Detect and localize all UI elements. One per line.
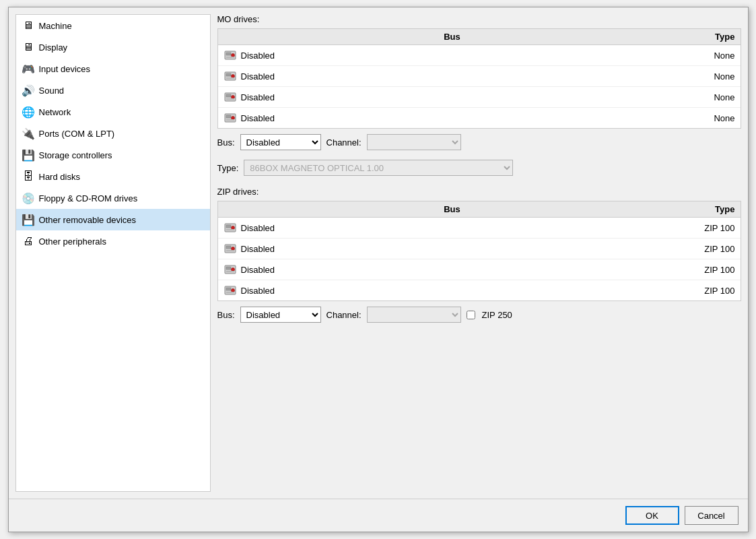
row-label: Disabled (241, 286, 681, 296)
zip-drives-section: ZIP drives: BusType DisabledZIP 100 Disa… (217, 187, 741, 327)
zip-table-container-col-type: Type (681, 204, 735, 214)
svg-point-22 (231, 247, 234, 251)
hard-disks-icon: 🗄 (22, 170, 35, 183)
zip-bus-select[interactable]: DisabledST506ESDIIDESCSI (240, 307, 321, 323)
row-type: None (681, 71, 735, 82)
mo-drives-table: BusType DisabledNone DisabledNone Disabl… (217, 28, 741, 129)
sidebar-item-machine[interactable]: 🖥Machine (16, 15, 210, 36)
svg-rect-7 (226, 77, 234, 79)
svg-point-10 (231, 96, 234, 99)
row-type: None (681, 92, 735, 102)
sidebar-item-label-storage-controllers: Storage controllers (39, 150, 112, 160)
sidebar-item-other-removable[interactable]: 💾Other removable devices (16, 209, 210, 230)
sidebar-item-label-network: Network (39, 107, 71, 117)
sidebar-item-label-input-devices: Input devices (39, 64, 91, 74)
input-devices-icon: 🎮 (22, 62, 35, 75)
row-label: Disabled (241, 92, 681, 102)
svg-rect-15 (226, 119, 234, 121)
cancel-button[interactable]: Cancel (685, 506, 738, 525)
sidebar-item-label-sound: Sound (39, 86, 65, 96)
row-label: Disabled (241, 51, 681, 61)
sidebar-item-label-hard-disks: Hard disks (39, 172, 80, 182)
machine-icon: 🖥 (22, 19, 35, 32)
sidebar-item-floppy-cd[interactable]: 💿Floppy & CD-ROM drives (16, 187, 210, 209)
mo-table-container-header: BusType (218, 29, 741, 45)
zip250-label: ZIP 250 (482, 310, 512, 320)
sidebar-item-input-devices[interactable]: 🎮Input devices (16, 58, 210, 80)
sidebar-item-sound[interactable]: 🔊Sound (16, 80, 210, 101)
mo-type-row: Type: 86BOX MAGNETO OPTICAL 1.00 (217, 156, 741, 180)
drive-icon (224, 49, 237, 62)
mo-drives-title: MO drives: (217, 14, 741, 24)
svg-rect-29 (226, 288, 231, 290)
storage-controllers-icon: 💾 (22, 148, 35, 162)
sidebar-item-display[interactable]: 🖥Display (16, 36, 210, 58)
sidebar-item-other-peripherals[interactable]: 🖨Other peripherals (16, 230, 210, 252)
table-row[interactable]: DisabledNone (218, 45, 741, 66)
ports-icon: 🔌 (22, 127, 35, 140)
svg-rect-11 (226, 98, 234, 100)
dialog-footer: OK Cancel (9, 499, 748, 532)
ok-button[interactable]: OK (625, 506, 679, 525)
row-type: ZIP 100 (681, 223, 735, 233)
zip-channel-select[interactable] (367, 307, 461, 323)
drive-icon (224, 90, 237, 104)
sidebar-item-ports[interactable]: 🔌Ports (COM & LPT) (16, 123, 210, 144)
table-row[interactable]: DisabledNone (218, 87, 741, 108)
zip-table-container-header: BusType (218, 201, 741, 218)
sidebar-item-hard-disks[interactable]: 🗄Hard disks (16, 166, 210, 187)
zip-controls-row: Bus: DisabledST506ESDIIDESCSI Channel: Z… (217, 303, 741, 327)
svg-rect-25 (226, 267, 231, 270)
drive-icon (224, 221, 237, 234)
mo-table-container-col-bus: Bus (224, 32, 681, 42)
svg-rect-13 (226, 115, 231, 118)
table-row[interactable]: DisabledZIP 100 (218, 259, 741, 280)
drive-icon (224, 263, 237, 276)
dialog-body: 🖥Machine🖥Display🎮Input devices🔊Sound🌐Net… (9, 7, 748, 499)
svg-rect-17 (226, 225, 231, 228)
svg-rect-27 (226, 271, 234, 272)
sound-icon: 🔊 (22, 84, 35, 97)
other-removable-icon: 💾 (22, 213, 35, 226)
table-row[interactable]: DisabledZIP 100 (218, 239, 741, 259)
mo-table-container-col-type: Type (681, 32, 735, 42)
svg-point-26 (231, 268, 234, 272)
svg-point-30 (231, 289, 234, 292)
table-row[interactable]: DisabledZIP 100 (218, 280, 741, 300)
table-row[interactable]: DisabledNone (218, 108, 741, 128)
main-content: MO drives: BusType DisabledNone Disabled… (217, 14, 741, 492)
mo-bus-select[interactable]: DisabledST506ESDIIDESCSI (240, 134, 321, 150)
sidebar-item-label-other-removable: Other removable devices (39, 215, 137, 225)
row-label: Disabled (241, 223, 681, 233)
svg-rect-5 (226, 73, 231, 76)
svg-rect-19 (226, 229, 234, 230)
zip-drives-table: BusType DisabledZIP 100 DisabledZIP 100 … (217, 201, 741, 301)
row-label: Disabled (241, 265, 681, 275)
display-icon: 🖥 (22, 40, 35, 54)
table-row[interactable]: DisabledNone (218, 66, 741, 87)
table-row[interactable]: DisabledZIP 100 (218, 218, 741, 239)
mo-channel-label: Channel: (327, 137, 362, 148)
sidebar-item-storage-controllers[interactable]: 💾Storage controllers (16, 144, 210, 166)
svg-rect-3 (226, 57, 234, 58)
mo-channel-select[interactable] (367, 134, 461, 150)
network-icon: 🌐 (22, 105, 35, 119)
zip-channel-label: Channel: (327, 310, 362, 320)
sidebar-item-label-display: Display (39, 42, 68, 53)
sidebar: 🖥Machine🖥Display🎮Input devices🔊Sound🌐Net… (15, 14, 211, 492)
drive-icon (224, 284, 237, 297)
sidebar-item-label-floppy-cd: Floppy & CD-ROM drives (39, 193, 138, 203)
mo-controls-row: Bus: DisabledST506ESDIIDESCSI Channel: (217, 130, 741, 154)
sidebar-item-label-ports: Ports (COM & LPT) (39, 129, 115, 139)
row-label: Disabled (241, 71, 681, 82)
row-type: ZIP 100 (681, 265, 735, 275)
svg-rect-21 (226, 246, 231, 249)
zip250-checkbox[interactable] (467, 311, 475, 319)
svg-point-14 (231, 117, 234, 120)
drive-icon (224, 242, 237, 255)
svg-rect-1 (226, 53, 231, 55)
sidebar-item-label-machine: Machine (39, 21, 72, 31)
sidebar-item-network[interactable]: 🌐Network (16, 101, 210, 123)
mo-type-select[interactable]: 86BOX MAGNETO OPTICAL 1.00 (244, 160, 513, 176)
drive-icon (224, 111, 237, 125)
